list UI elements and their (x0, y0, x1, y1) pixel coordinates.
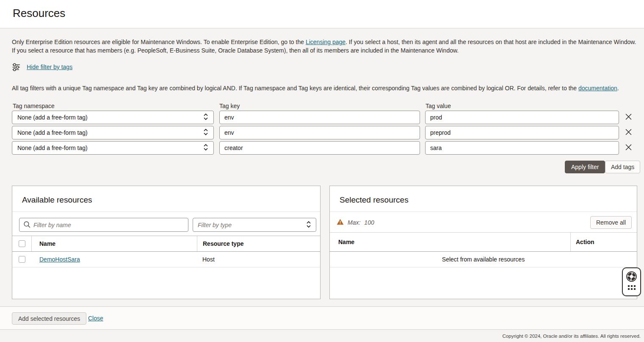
dialog-action-bar: Add selected resources Close (0, 306, 644, 330)
select-all-cell (12, 236, 32, 251)
selected-empty-state: Select from available resources (330, 252, 637, 267)
tag-value-label: Tag value (426, 103, 451, 109)
available-resources-title: Available resources (22, 195, 92, 205)
tag-key-input[interactable] (219, 141, 420, 155)
filter-sliders-icon (12, 63, 21, 72)
tag-value-input[interactable] (425, 126, 619, 139)
close-icon (625, 144, 632, 152)
tag-filter-info-text: All tag filters with a unique Tag namesp… (12, 85, 638, 92)
grid-dots-icon (628, 285, 636, 290)
spinner-icon (203, 128, 208, 137)
dialog-header: Resources (0, 0, 644, 28)
spinner-icon (203, 113, 208, 122)
warning-icon (337, 219, 344, 226)
name-column-header: Name (330, 233, 570, 251)
row-checkbox[interactable] (19, 256, 25, 263)
selected-resources-panel: Selected resources Max: 100 Remove all N… (329, 186, 637, 299)
apply-filter-button[interactable]: Apply filter (565, 161, 605, 173)
page-title: Resources (13, 7, 65, 20)
hide-filter-by-tags-link[interactable]: Hide filter by tags (27, 64, 72, 70)
resource-name-link[interactable]: DemoHostSara (39, 256, 80, 263)
max-indicator: Max: 100 (337, 219, 374, 226)
filter-by-tags-toggle: Hide filter by tags (12, 62, 72, 72)
max-value: 100 (364, 219, 374, 226)
filter-by-name-field (19, 218, 188, 232)
add-tags-button[interactable]: Add tags (605, 161, 640, 173)
table-row: DemoHostSara Host (12, 252, 320, 267)
remove-tag-filter-button[interactable] (623, 128, 633, 138)
tag-namespace-select[interactable]: None (add a free-form tag) (12, 126, 214, 139)
tag-key-input[interactable] (219, 111, 420, 124)
close-icon (625, 129, 632, 136)
tag-namespace-selected-value: None (add a free-form tag) (17, 145, 88, 151)
selected-info-bar: Max: 100 Remove all (330, 212, 637, 233)
filter-by-type-placeholder: Filter by type (198, 222, 232, 228)
tag-namespace-select[interactable]: None (add a free-form tag) (12, 141, 214, 155)
close-icon (625, 114, 632, 121)
available-table-header: Name Resource type (12, 236, 320, 252)
selected-resources-title: Selected resources (340, 195, 409, 205)
resource-type-column-header: Resource type (197, 236, 320, 251)
tag-info-after: . (617, 85, 619, 92)
max-label: Max: (348, 219, 360, 226)
spinner-icon (306, 221, 311, 229)
resource-type-cell: Host (197, 252, 320, 267)
spinner-icon (203, 144, 208, 152)
remove-tag-filter-button[interactable] (623, 143, 633, 153)
row-checkbox-cell (12, 252, 32, 267)
available-resources-table: Name Resource type DemoHostSara Host (12, 236, 320, 267)
documentation-link[interactable]: documentation (578, 85, 617, 92)
intro-text: Only Enterprise Edition resources are el… (12, 38, 638, 55)
selected-table-header: Name Action (330, 233, 637, 252)
tag-namespace-selected-value: None (add a free-form tag) (17, 129, 88, 136)
tag-key-label: Tag key (219, 103, 240, 109)
tag-value-input[interactable] (425, 111, 619, 124)
remove-tag-filter-button[interactable] (623, 112, 633, 122)
available-resources-panel: Available resources Filter by type Name … (12, 186, 321, 299)
help-launcher-widget[interactable] (622, 267, 641, 296)
tag-key-input[interactable] (219, 126, 420, 139)
divider (12, 211, 320, 212)
select-all-checkbox[interactable] (19, 240, 25, 247)
tag-value-input[interactable] (425, 141, 619, 155)
intro-text-before: Only Enterprise Edition resources are el… (12, 39, 306, 45)
page-footer: Copyright © 2024, Oracle and/or its affi… (0, 330, 644, 342)
filter-by-name-input[interactable] (33, 222, 184, 228)
tag-namespace-label: Tag namespace (13, 103, 55, 109)
copyright-text: Copyright © 2024, Oracle and/or its affi… (502, 334, 641, 339)
lifebuoy-icon (626, 271, 637, 284)
filter-by-type-select[interactable]: Filter by type (193, 218, 316, 232)
remove-all-button[interactable]: Remove all (590, 216, 632, 229)
close-link[interactable]: Close (88, 315, 103, 322)
add-selected-resources-button[interactable]: Add selected resources (12, 312, 86, 325)
action-column-header: Action (570, 233, 637, 251)
licensing-page-link[interactable]: Licensing page (306, 39, 345, 45)
search-icon (23, 221, 30, 229)
resource-name-cell: DemoHostSara (32, 252, 197, 267)
tag-info-before: All tag filters with a unique Tag namesp… (12, 85, 578, 92)
name-column-header: Name (32, 236, 197, 251)
tag-namespace-selected-value: None (add a free-form tag) (17, 114, 88, 121)
dialog-body: Only Enterprise Edition resources are el… (0, 28, 644, 306)
tag-namespace-select[interactable]: None (add a free-form tag) (12, 111, 214, 124)
